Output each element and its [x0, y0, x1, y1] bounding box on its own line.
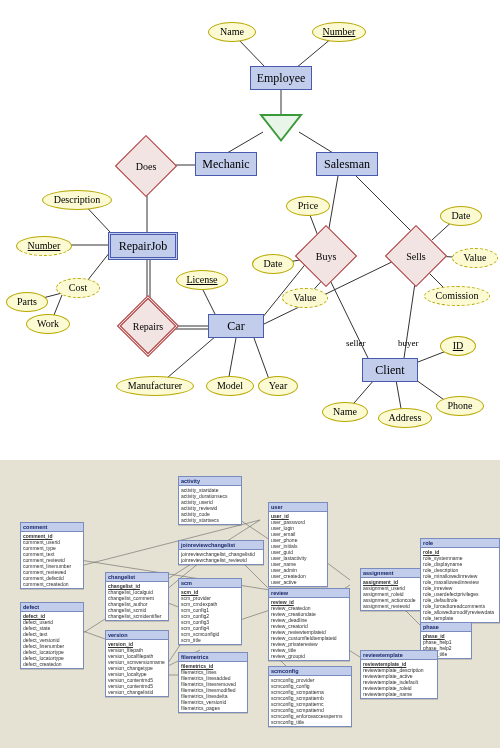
table-body: review_idreview_createdonreview_creation…	[269, 598, 349, 660]
table-body: joinreviewchangelist_changelistidjoinrev…	[179, 550, 263, 564]
attr-car-license: License	[176, 270, 228, 290]
isa-triangle: ISA	[259, 114, 303, 142]
table-body: scmconfig_providerscmconfig_configscmcon…	[269, 676, 351, 726]
table-body: comment_idcomment_useridcomment_typecomm…	[21, 532, 83, 588]
table-body: filemetrics_idfilemetrics_linesfilemetri…	[179, 662, 247, 712]
table-header: joinreviewchangelist	[179, 541, 263, 550]
table-assignment: assignmentassignment_idassignment_userid…	[360, 568, 428, 611]
table-scmconfig: scmconfigscmconfig_providerscmconfig_con…	[268, 666, 352, 727]
rel-label: Repairs	[126, 304, 170, 348]
table-defect: defectdefect_iddefect_useriddefect_state…	[20, 602, 84, 669]
table-changelist: changelistchangelist_idchangelist_localg…	[105, 572, 169, 621]
entity-salesman: Salesman	[316, 152, 378, 176]
table-header: filemetrics	[179, 653, 247, 662]
table-filemetrics: filemetricsfilemetrics_idfilemetrics_lin…	[178, 652, 248, 713]
table-body: changelist_idchangelist_localguidchangel…	[106, 582, 168, 620]
attr-buys-value: Value	[282, 288, 328, 308]
attr-employee-number: Number	[312, 22, 366, 42]
attr-rj-number: Number	[16, 236, 72, 256]
table-user: useruser_iduser_passworduser_loginuser_e…	[268, 502, 328, 587]
attr-client-name: Name	[322, 402, 368, 422]
table-header: defect	[21, 603, 83, 612]
rel-does: Does	[124, 144, 168, 188]
rel-label: Does	[124, 144, 168, 188]
table-body: reviewtemplate_idreviewtemplate_descript…	[361, 660, 437, 698]
attr-client-address: Address	[378, 408, 432, 428]
attr-sells-date: Date	[440, 206, 482, 226]
attr-client-phone: Phone	[436, 396, 484, 416]
rel-label: Buys	[304, 234, 348, 278]
table-header: scm	[179, 579, 241, 588]
svg-line-21	[356, 176, 414, 234]
table-activity: activityactivity_startdateactivity_durat…	[178, 476, 242, 525]
entity-mechanic: Mechanic	[195, 152, 257, 176]
attr-rj-cost: Cost	[56, 278, 100, 298]
attr-rj-parts: Parts	[6, 292, 48, 312]
attr-buys-price: Price	[286, 196, 330, 216]
table-body: role_idrole_systemnamerole_displaynamero…	[421, 548, 499, 622]
table-role: rolerole_idrole_systemnamerole_displayna…	[420, 538, 500, 623]
role-seller: seller	[346, 338, 366, 348]
entity-client: Client	[362, 358, 418, 382]
table-header: role	[421, 539, 499, 548]
table-body: user_iduser_passworduser_loginuser_email…	[269, 512, 327, 586]
svg-line-0	[237, 38, 266, 68]
attr-car-year: Year	[258, 376, 298, 396]
attr-sells-comission: Comission	[424, 286, 490, 306]
table-header: scmconfig	[269, 667, 351, 676]
isa-label: ISA	[271, 118, 291, 128]
table-header: phase	[421, 623, 471, 632]
svg-line-46	[240, 610, 270, 620]
table-version: versionversion_idversion_filepathversion…	[105, 630, 169, 697]
table-scm: scmscm_idscm_providerscm_cmdexpathscm_co…	[178, 578, 242, 645]
table-header: version	[106, 631, 168, 640]
table-header: reviewtemplate	[361, 651, 437, 660]
attr-employee-name: Name	[208, 22, 256, 42]
attr-client-id: ID	[440, 336, 476, 356]
attr-car-model: Model	[206, 376, 254, 396]
rel-label: Sells	[394, 234, 438, 278]
table-header: user	[269, 503, 327, 512]
table-body: version_idversion_filepathversion_localf…	[106, 640, 168, 696]
table-body: scm_idscm_providerscm_cmdexpathscm_confi…	[179, 588, 241, 644]
attr-sells-value: Value	[452, 248, 498, 268]
svg-line-1	[296, 38, 332, 68]
table-reviewtemplate: reviewtemplatereviewtemplate_idreviewtem…	[360, 650, 438, 699]
table-header: activity	[179, 477, 241, 486]
entity-car: Car	[208, 314, 264, 338]
rel-buys: Buys	[304, 234, 348, 278]
rel-repairs: Repairs	[126, 304, 170, 348]
table-header: review	[269, 589, 349, 598]
attr-car-manufacturer: Manufacturer	[116, 376, 194, 396]
entity-employee: Employee	[250, 66, 312, 90]
entity-label: Car	[227, 319, 244, 333]
table-body: assignment_idassignment_useridassignment…	[361, 578, 427, 610]
svg-line-19	[254, 338, 270, 382]
attr-rj-work: Work	[26, 314, 70, 334]
entity-label: RepairJob	[119, 239, 168, 253]
table-header: assignment	[361, 569, 427, 578]
entity-label: Employee	[257, 71, 306, 85]
table-header: comment	[21, 523, 83, 532]
role-buyer: buyer	[398, 338, 419, 348]
entity-label: Salesman	[324, 157, 370, 171]
entity-repairjob: RepairJob	[108, 232, 178, 260]
er-diagram-panel: Employee Mechanic Salesman RepairJob Car…	[0, 0, 500, 460]
table-body: defect_iddefect_useriddefect_statedefect…	[21, 612, 83, 668]
table-review: reviewreview_idreview_createdonreview_cr…	[268, 588, 350, 661]
table-joinreviewchangelist: joinreviewchangelistjoinreviewchangelist…	[178, 540, 264, 565]
db-schema-panel: commentcomment_idcomment_useridcomment_t…	[0, 460, 500, 748]
entity-label: Mechanic	[202, 157, 249, 171]
attr-buys-date: Date	[252, 254, 294, 274]
table-header: changelist	[106, 573, 168, 582]
table-body: activity_startdateactivity_durationsecsa…	[179, 486, 241, 524]
table-comment: commentcomment_idcomment_useridcomment_t…	[20, 522, 84, 589]
rel-sells: Sells	[394, 234, 438, 278]
attr-rj-description: Description	[42, 190, 112, 210]
entity-label: Client	[375, 363, 404, 377]
